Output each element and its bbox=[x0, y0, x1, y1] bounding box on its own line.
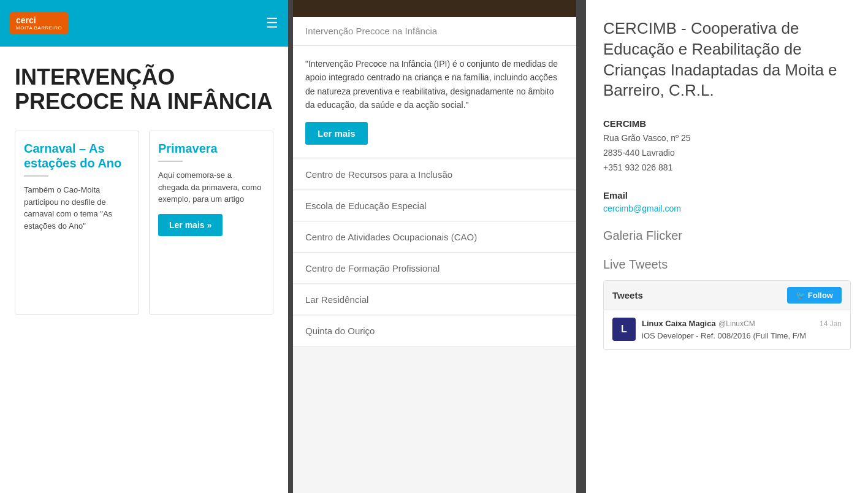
menu-item-3[interactable]: Centro de Formação Profissional bbox=[293, 253, 576, 284]
email-link[interactable]: cercimb@gmail.com bbox=[603, 204, 681, 213]
panel-1-content: INTERVENÇÃO PRECOCE NA INFÂNCIA Carnaval… bbox=[0, 47, 288, 493]
tweets-box: Tweets 🐦 Follow L Linux Caixa Magica @Li… bbox=[603, 280, 851, 350]
menu-item-1[interactable]: Escola de Educação Especial bbox=[293, 191, 576, 221]
email-label: Email bbox=[603, 190, 851, 201]
panel-2: Intervenção Precoce na Infância "Interve… bbox=[288, 0, 581, 493]
panel-1: cerci MOITA BARREIRO ☰ INTERVENÇÃO PRECO… bbox=[0, 0, 288, 493]
main-title: INTERVENÇÃO PRECOCE NA INFÂNCIA bbox=[15, 65, 273, 113]
follow-button[interactable]: 🐦 Follow bbox=[787, 287, 842, 304]
twitter-bird-icon: 🐦 bbox=[796, 291, 805, 300]
card2-text: Aqui comemora-se a chegada da primavera,… bbox=[158, 169, 264, 205]
ler-mais-ipi-button[interactable]: Ler mais bbox=[305, 122, 368, 145]
menu-item-2[interactable]: Centro de Atividades Ocupacionais (CAO) bbox=[293, 222, 576, 253]
ler-mais-primavera-button[interactable]: Ler mais » bbox=[158, 214, 223, 236]
logo-sub: MOITA BARREIRO bbox=[16, 25, 62, 31]
gallery-title: Galeria Flicker bbox=[603, 229, 851, 243]
cards-row: Carnaval – As estações do Ano Também o C… bbox=[15, 131, 273, 315]
tweet-content: Linux Caixa Magica @LinuxCM 14 Jan iOS D… bbox=[642, 318, 842, 342]
tweet-user-handle: @LinuxCM bbox=[718, 319, 755, 328]
top-image bbox=[293, 0, 576, 17]
gallery-section: Galeria Flicker bbox=[603, 229, 851, 243]
tweet-date: 14 Jan bbox=[820, 319, 842, 328]
logo-text: cerci bbox=[16, 16, 62, 25]
tweet-user-name: Linux Caixa Magica bbox=[642, 319, 716, 328]
tweets-section: Live Tweets Tweets 🐦 Follow L Linux Caix… bbox=[603, 258, 851, 350]
tweet-avatar: L bbox=[612, 318, 636, 341]
tweets-title: Live Tweets bbox=[603, 258, 851, 272]
tweet-item: L Linux Caixa Magica @LinuxCM 14 Jan iOS… bbox=[604, 310, 850, 350]
menu-list: Centro de Recursos para a Inclusão Escol… bbox=[293, 159, 576, 346]
email-section: Email cercimb@gmail.com bbox=[603, 190, 851, 214]
tweets-header: Tweets 🐦 Follow bbox=[604, 281, 850, 310]
card-primavera: Primavera Aqui comemora-se a chegada da … bbox=[149, 131, 273, 315]
card2-title: Primavera bbox=[158, 141, 264, 156]
card-carnaval: Carnaval – As estações do Ano Também o C… bbox=[15, 131, 139, 315]
menu-item-4[interactable]: Lar Residêncial bbox=[293, 285, 576, 315]
menu-item-5[interactable]: Quinta do Ouriço bbox=[293, 316, 576, 346]
card1-text: Também o Cao-Moita participou no desfile… bbox=[24, 184, 130, 232]
article-box-ipi: "Intervenção Precoce na Infância (IPI) é… bbox=[293, 46, 576, 157]
hamburger-icon[interactable]: ☰ bbox=[266, 15, 278, 31]
tweets-header-label: Tweets bbox=[612, 290, 643, 300]
cerci-logo[interactable]: cerci MOITA BARREIRO bbox=[10, 12, 68, 34]
contact-org-name: CERCIMB bbox=[603, 118, 851, 129]
card2-divider bbox=[158, 161, 183, 162]
menu-item-0[interactable]: Centro de Recursos para a Inclusão bbox=[293, 159, 576, 190]
header: cerci MOITA BARREIRO ☰ bbox=[0, 0, 288, 47]
contact-phone: +351 932 026 881 bbox=[603, 161, 851, 175]
section-header-text: Intervenção Precoce na Infância bbox=[305, 26, 437, 36]
section-header-ipi: Intervenção Precoce na Infância bbox=[293, 17, 576, 46]
follow-label: Follow bbox=[808, 291, 833, 300]
card1-title: Carnaval – As estações do Ano bbox=[24, 141, 130, 170]
article-quote: "Intervenção Precoce na Infância (IPI) é… bbox=[305, 57, 564, 112]
panel-3: CERCIMB - Cooperativa de Educação e Reab… bbox=[581, 0, 868, 493]
tweet-user-row: Linux Caixa Magica @LinuxCM 14 Jan bbox=[642, 318, 842, 329]
contact-address1: Rua Grão Vasco, nº 25 bbox=[603, 131, 851, 146]
org-title: CERCIMB - Cooperativa de Educação e Reab… bbox=[603, 18, 851, 101]
contact-address2: 2835-440 Lavradio bbox=[603, 146, 851, 161]
card1-divider bbox=[24, 175, 48, 177]
contact-section: CERCIMB Rua Grão Vasco, nº 25 2835-440 L… bbox=[603, 118, 851, 175]
tweet-text: iOS Developer - Ref. 008/2016 (Full Time… bbox=[642, 331, 842, 342]
